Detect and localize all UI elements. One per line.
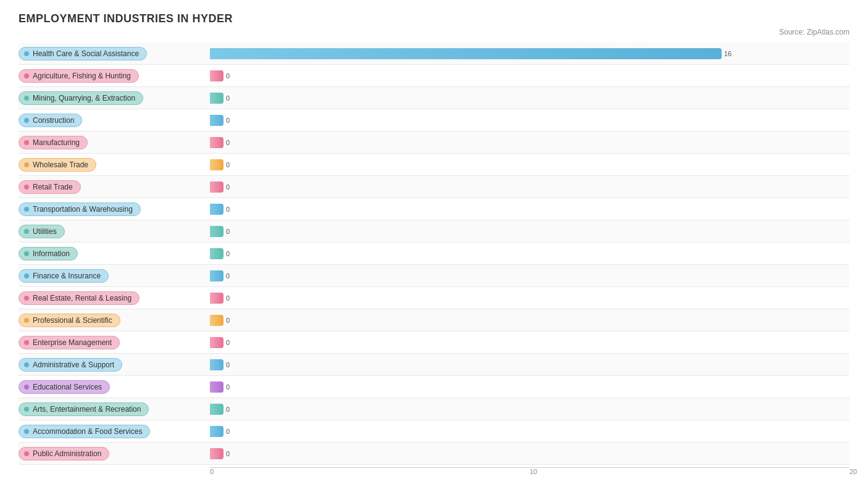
industry-pill: Enterprise Management [19, 336, 120, 349]
industry-dot [24, 207, 29, 212]
industry-name: Arts, Entertainment & Recreation [33, 405, 141, 414]
bar-area: 0 [210, 178, 849, 196]
industry-label-cell: Construction [19, 114, 210, 127]
industry-label-cell: Accommodation & Food Services [19, 425, 210, 438]
bar-value: 0 [226, 183, 230, 191]
industry-pill: Transportation & Warehousing [19, 202, 141, 216]
industry-pill: Health Care & Social Assistance [19, 47, 147, 60]
bar-fill [210, 381, 223, 393]
bar-area: 0 [210, 201, 849, 218]
industry-name: Transportation & Warehousing [33, 205, 133, 214]
industry-dot [24, 162, 29, 167]
industry-pill: Wholesale Trade [19, 158, 96, 172]
bar-value: 0 [226, 294, 230, 302]
x-tick: 20 [849, 468, 857, 475]
bar-fill [210, 115, 223, 126]
bar-row: Information0 [19, 243, 849, 265]
industry-name: Retail Trade [33, 183, 73, 191]
industry-pill: Information [19, 247, 78, 260]
bar-row: Retail Trade0 [19, 176, 849, 198]
industry-dot [24, 385, 29, 389]
bar-row: Arts, Entertainment & Recreation0 [19, 398, 849, 420]
bar-area: 0 [210, 445, 849, 462]
bar-value: 0 [226, 428, 230, 435]
bar-area: 0 [210, 334, 849, 351]
industry-name: Finance & Insurance [33, 272, 101, 280]
bar-row: Transportation & Warehousing0 [19, 198, 849, 220]
bar-value: 0 [226, 272, 230, 280]
bar-row: Accommodation & Food Services0 [19, 420, 849, 443]
bar-fill [210, 293, 223, 304]
bar-area: 16 [210, 45, 849, 62]
bar-value: 0 [226, 361, 230, 369]
industry-dot [24, 273, 29, 278]
bar-row: Real Estate, Rental & Leasing0 [19, 287, 849, 309]
bar-area: 0 [210, 267, 849, 285]
bar-value: 0 [226, 339, 230, 346]
industry-pill: Accommodation & Food Services [19, 425, 150, 438]
industry-label-cell: Arts, Entertainment & Recreation [19, 402, 210, 416]
industry-dot [24, 340, 29, 345]
chart-area: Health Care & Social Assistance16Agricul… [19, 43, 849, 479]
bar-value: 0 [226, 94, 230, 102]
bar-area: 0 [210, 401, 849, 418]
industry-dot [24, 185, 29, 190]
bar-fill [210, 270, 223, 281]
industry-label-cell: Mining, Quarrying, & Extraction [19, 91, 210, 105]
chart-title: EMPLOYMENT INDUSTRIES IN HYDER [19, 12, 849, 25]
industry-name: Manufacturing [33, 138, 80, 147]
bar-area: 0 [210, 289, 849, 307]
bar-value: 0 [226, 383, 230, 391]
industry-dot [24, 229, 29, 234]
bar-row: Agriculture, Fishing & Hunting0 [19, 65, 849, 87]
bar-row: Construction0 [19, 109, 849, 131]
industry-dot [24, 451, 29, 456]
industry-dot [24, 96, 29, 101]
bar-fill [210, 93, 223, 104]
industry-label-cell: Administrative & Support [19, 358, 210, 372]
industry-name: Wholesale Trade [33, 160, 88, 169]
bar-value: 0 [226, 161, 230, 169]
industry-pill: Retail Trade [19, 180, 81, 194]
industry-label-cell: Public Administration [19, 447, 210, 460]
industry-name: Public Administration [33, 449, 101, 458]
industry-name: Construction [33, 116, 74, 125]
bar-value: 0 [226, 139, 230, 146]
industry-label-cell: Retail Trade [19, 180, 210, 194]
industry-label-cell: Manufacturing [19, 136, 210, 149]
industry-label-cell: Wholesale Trade [19, 158, 210, 172]
x-tick: 10 [530, 468, 537, 475]
bar-row: Finance & Insurance0 [19, 265, 849, 287]
bar-value: 0 [226, 317, 230, 324]
bar-fill [210, 181, 223, 193]
industry-name: Enterprise Management [33, 338, 112, 347]
bar-row: Manufacturing0 [19, 131, 849, 154]
bar-area: 0 [210, 112, 849, 129]
bar-area: 0 [210, 312, 849, 329]
bar-fill [210, 404, 223, 415]
industry-dot [24, 118, 29, 123]
bar-row: Public Administration0 [19, 443, 849, 465]
bar-area: 0 [210, 90, 849, 107]
industry-label-cell: Professional & Scientific [19, 314, 210, 327]
bar-fill [210, 426, 223, 437]
industry-name: Health Care & Social Assistance [33, 49, 139, 58]
source-label: Source: ZipAtlas.com [19, 28, 849, 36]
bar-value: 0 [226, 72, 230, 80]
industry-pill: Manufacturing [19, 136, 88, 149]
bar-area: 0 [210, 356, 849, 373]
bar-fill [210, 159, 223, 170]
industry-pill: Educational Services [19, 380, 110, 394]
industry-name: Administrative & Support [33, 360, 114, 369]
industry-label-cell: Enterprise Management [19, 336, 210, 349]
bar-value: 0 [226, 406, 230, 413]
industry-dot [24, 407, 29, 412]
bar-area: 0 [210, 223, 849, 240]
industry-name: Real Estate, Rental & Leasing [33, 294, 131, 302]
industry-name: Mining, Quarrying, & Extraction [33, 94, 135, 102]
industry-label-cell: Finance & Insurance [19, 269, 210, 283]
industry-dot [24, 318, 29, 323]
bar-fill [210, 137, 223, 148]
industry-name: Information [33, 249, 70, 258]
industry-pill: Finance & Insurance [19, 269, 109, 283]
